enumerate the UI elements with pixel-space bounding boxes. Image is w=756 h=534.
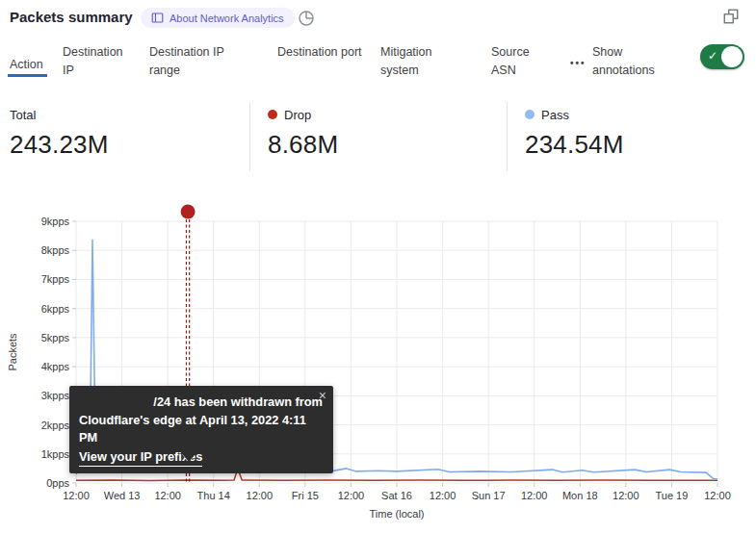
y-tick-label: 5kpps [41, 332, 70, 343]
x-axis-title: Time (local) [369, 508, 424, 520]
y-tick-label: 3kpps [41, 390, 70, 401]
y-tick-label: 7kpps [41, 273, 70, 285]
x-tick-label: Wed 13 [104, 490, 141, 501]
tab-destination-ip-range[interactable]: Destination IP range [149, 43, 257, 81]
x-tick-label: Sun 17 [472, 490, 506, 501]
stat-total-label: Total [10, 108, 36, 122]
tab-mitigation-system[interactable]: Mitigation system [380, 43, 471, 81]
stat-pass-label: Pass [541, 108, 569, 122]
about-network-analytics-badge[interactable]: About Network Analytics [141, 8, 295, 28]
page-title: Packets summary [10, 9, 133, 25]
tab-destination-ip[interactable]: Destination IP [63, 43, 136, 81]
x-tick-label: Tue 19 [656, 490, 689, 501]
tab-destination-port[interactable]: Destination port [277, 43, 364, 62]
y-tick-label: 8kpps [41, 244, 70, 256]
x-tick-label: 12:00 [521, 490, 548, 501]
pass-legend-dot [525, 110, 534, 119]
y-tick-label: 6kpps [41, 303, 70, 315]
stat-total: Total 243.23M [10, 108, 109, 160]
y-axis-title: Packets [7, 333, 18, 371]
tab-source-asn[interactable]: Source ASN [491, 43, 551, 81]
x-tick-label: Mon 18 [562, 490, 598, 501]
about-badge-label: About Network Analytics [169, 13, 284, 24]
stat-pass: Pass 234.54M [525, 108, 624, 160]
tooltip-text-line2: Cloudflare's edge at April 13, 2022 4:11… [79, 412, 324, 447]
x-tick-label: Thu 14 [197, 490, 230, 501]
x-tick-label: 12:00 [430, 490, 456, 501]
x-tick-label: 12:00 [63, 490, 90, 501]
x-tick-label: 12:00 [247, 490, 274, 501]
stat-drop: Drop 8.68M [268, 108, 338, 160]
active-tab-underline [8, 74, 47, 77]
show-annotations-toggle[interactable]: ✓ [700, 44, 744, 69]
y-tick-label: 1kpps [41, 448, 70, 460]
y-tick-label: 9kpps [41, 216, 70, 227]
x-tick-label: Fri 15 [292, 490, 319, 501]
stat-drop-value: 8.68M [268, 130, 338, 160]
annotation-tooltip: × /24 has been withdrawn from Cloudflare… [69, 386, 333, 473]
stat-drop-label: Drop [284, 108, 311, 122]
more-tabs-button[interactable]: ••• [570, 58, 587, 68]
y-tick-label: 2kpps [41, 420, 70, 431]
book-icon [151, 12, 164, 24]
tooltip-text-line1: /24 has been withdrawn from [79, 394, 324, 412]
tab-action[interactable]: Action [10, 56, 43, 74]
x-tick-label: 12:00 [338, 490, 365, 501]
stat-pass-value: 234.54M [525, 130, 624, 160]
show-annotations-label: Show annotations [592, 43, 684, 81]
check-icon: ✓ [708, 49, 717, 63]
annotation-dot[interactable] [181, 205, 196, 219]
y-tick-label: 0pps [46, 477, 69, 489]
stat-divider [507, 102, 508, 171]
close-icon[interactable]: × [319, 388, 326, 403]
y-tick-label: 4kpps [41, 361, 70, 372]
x-tick-label: 12:00 [704, 490, 731, 501]
x-tick-label: 12:00 [154, 490, 181, 501]
popout-icon[interactable] [722, 8, 740, 25]
stat-total-value: 243.23M [10, 130, 109, 160]
toggle-knob [721, 46, 743, 67]
tooltip-arrow [178, 449, 199, 462]
x-tick-label: Sat 16 [381, 490, 412, 501]
x-tick-label: 12:00 [613, 490, 639, 501]
packets-chart: 12:00Wed 1312:00Thu 1412:00Fri 1512:00Sa… [0, 188, 756, 534]
drop-legend-dot [268, 110, 277, 119]
time-range-pie-icon[interactable] [298, 10, 315, 27]
stat-divider [249, 102, 250, 171]
